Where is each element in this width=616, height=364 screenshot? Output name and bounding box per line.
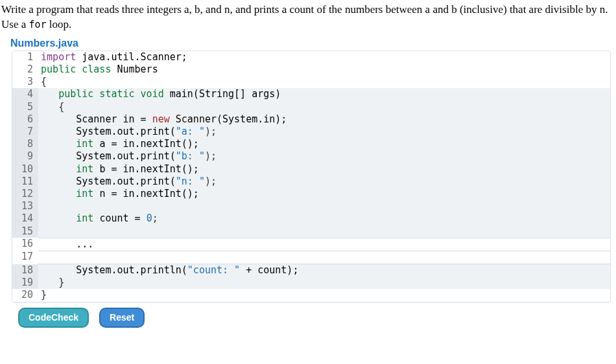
line-number: 17 (12, 251, 38, 264)
code-cell: System.out.print("b: "); (38, 150, 610, 163)
code-cell: import java.util.Scanner; (38, 51, 610, 63)
line-number: 10 (12, 163, 38, 176)
line-number: 18 (12, 264, 38, 277)
code-editor[interactable]: 1import java.util.Scanner;2public class … (12, 51, 611, 302)
code-cell: { (38, 101, 610, 113)
code-cell: public static void main(String[] args) (38, 88, 610, 100)
problem-code-token: for (29, 19, 46, 30)
code-cell: System.out.print("n: "); (38, 176, 610, 188)
code-line: 2public class Numbers (12, 63, 610, 76)
line-number: 4 (12, 88, 38, 100)
line-number: 7 (12, 126, 38, 138)
line-number: 6 (12, 113, 38, 126)
problem-text-pre: Write a program that reads three integer… (1, 3, 608, 30)
line-number: 11 (12, 176, 38, 188)
code-cell: public class Numbers (38, 63, 610, 76)
code-line: 13 (12, 200, 610, 212)
code-line: 4 public static void main(String[] args) (12, 88, 610, 100)
code-line-editable[interactable]: 17 (12, 251, 610, 264)
code-line: 9 System.out.print("b: "); (12, 150, 610, 163)
line-number: 19 (12, 277, 38, 289)
button-row: CodeCheck Reset (18, 308, 616, 328)
code-line: 12 int n = in.nextInt(); (12, 188, 610, 200)
code-line: 7 System.out.print("a: "); (12, 126, 610, 138)
code-cell: int a = in.nextInt(); (38, 138, 610, 150)
source-filename: Numbers.java (10, 38, 616, 49)
code-line: 14 int count = 0; (12, 212, 610, 225)
reset-button[interactable]: Reset (99, 308, 145, 328)
problem-statement: Write a program that reads three integer… (0, 0, 616, 34)
line-number: 2 (12, 63, 38, 76)
code-cell (38, 225, 610, 238)
code-line: 1import java.util.Scanner; (12, 51, 610, 63)
line-number: 15 (12, 225, 38, 238)
code-cell: } (38, 277, 610, 289)
code-line: 8 int a = in.nextInt(); (12, 138, 610, 150)
code-cell: int n = in.nextInt(); (38, 188, 610, 200)
code-table: 1import java.util.Scanner;2public class … (12, 51, 610, 302)
line-number: 20 (12, 289, 38, 301)
code-line: 6 Scanner in = new Scanner(System.in); (12, 113, 610, 126)
code-cell: Scanner in = new Scanner(System.in); (38, 113, 610, 126)
code-cell: } (38, 289, 610, 301)
line-number: 12 (12, 188, 38, 200)
line-number: 1 (12, 51, 38, 63)
code-line: 10 int b = in.nextInt(); (12, 163, 610, 176)
code-line: 3{ (12, 76, 610, 88)
code-line: 18 System.out.println("count: " + count)… (12, 264, 610, 277)
code-cell: int count = 0; (38, 212, 610, 225)
line-number: 5 (12, 101, 38, 113)
code-cell[interactable]: ... (38, 238, 610, 251)
code-cell: System.out.println("count: " + count); (38, 264, 610, 277)
code-cell (38, 200, 610, 212)
problem-text-post: loop. (47, 18, 72, 30)
line-number: 8 (12, 138, 38, 150)
code-cell[interactable] (38, 251, 610, 264)
code-cell: int b = in.nextInt(); (38, 163, 610, 176)
codecheck-button[interactable]: CodeCheck (18, 308, 89, 328)
code-line: 11 System.out.print("n: "); (12, 176, 610, 188)
line-number: 3 (12, 76, 38, 88)
code-line: 15 (12, 225, 610, 238)
code-cell: { (38, 76, 610, 88)
line-number: 9 (12, 150, 38, 163)
line-number: 14 (12, 212, 38, 225)
code-line: 19 } (12, 277, 610, 289)
code-line: 5 { (12, 101, 610, 113)
line-number: 16 (12, 238, 38, 251)
code-cell: System.out.print("a: "); (38, 126, 610, 138)
code-line-editable[interactable]: 16 ... (12, 238, 610, 251)
code-line: 20} (12, 289, 610, 301)
line-number: 13 (12, 200, 38, 212)
